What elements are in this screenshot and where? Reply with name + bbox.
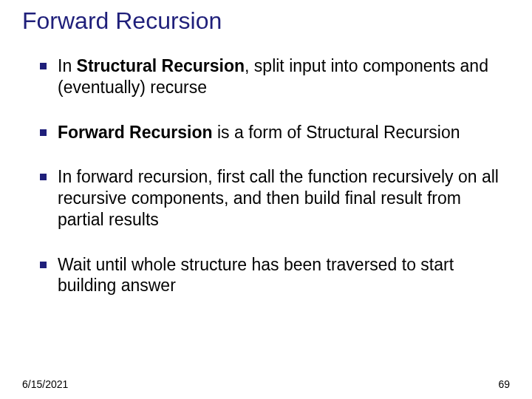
bullet-item: In forward recursion, first call the fun… (40, 166, 510, 230)
bullet-text: In (58, 56, 77, 75)
bullet-text: is a form of Structural Recursion (213, 123, 460, 142)
slide-title: Forward Recursion (22, 7, 510, 35)
bullet-bold: Forward Recursion (58, 123, 213, 142)
bullet-text: Wait until whole structure has been trav… (58, 255, 454, 296)
footer: 6/15/2021 69 (22, 378, 510, 390)
footer-page-number: 69 (498, 378, 510, 390)
bullet-text: In forward recursion, first call the fun… (58, 167, 499, 229)
bullet-list: In Structural Recursion, split input int… (22, 55, 510, 296)
bullet-item: In Structural Recursion, split input int… (40, 55, 510, 98)
slide: Forward Recursion In Structural Recursio… (0, 0, 532, 399)
bullet-item: Wait until whole structure has been trav… (40, 254, 510, 297)
footer-date: 6/15/2021 (22, 378, 68, 390)
bullet-item: Forward Recursion is a form of Structura… (40, 122, 510, 143)
bullet-bold: Structural Recursion (77, 56, 245, 75)
